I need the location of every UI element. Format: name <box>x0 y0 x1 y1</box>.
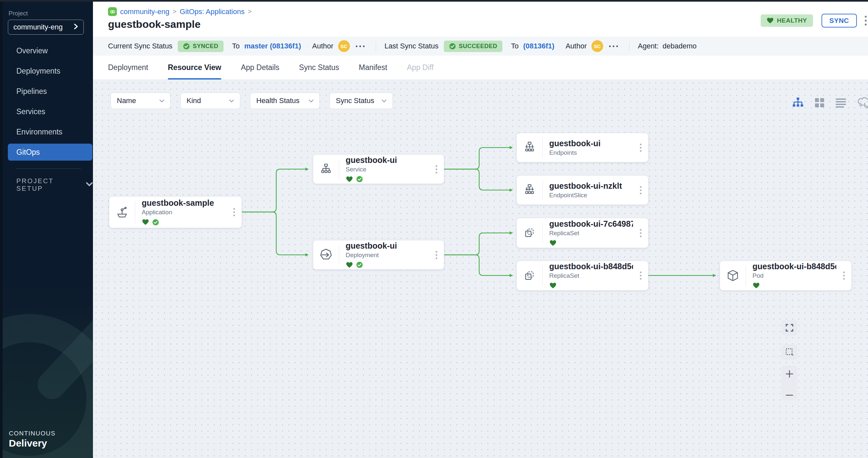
fullscreen-icon <box>785 324 794 332</box>
project-setup-toggle[interactable]: PROJECT SETUP <box>17 177 93 192</box>
node-kind: Pod <box>752 272 836 280</box>
node-name: guestbook-ui <box>346 155 429 165</box>
last-target-revision-link[interactable]: (08136f1) <box>523 42 554 51</box>
node-kind: Endpoints <box>549 149 633 156</box>
sync-button[interactable]: SYNC <box>822 14 857 28</box>
node-menu-icon[interactable] <box>429 155 444 184</box>
node-menu-icon[interactable] <box>633 261 648 290</box>
synced-check-icon <box>356 261 363 268</box>
sidebar-item-services[interactable]: Services <box>0 101 93 122</box>
tab-deployment[interactable]: Deployment <box>108 56 148 79</box>
node-kind: ReplicaSet <box>549 230 633 237</box>
tree-view-icon[interactable] <box>792 97 804 108</box>
breadcrumb-separator: > <box>173 8 177 15</box>
node-name: guestbook-sample <box>142 198 226 208</box>
chevron-down-icon <box>86 182 93 188</box>
filter-kind-dropdown[interactable]: Kind <box>180 93 240 109</box>
graph-node-deployment[interactable]: guestbook-ui Deployment <box>313 240 444 269</box>
sidebar-item-label: Environments <box>17 128 63 136</box>
sidebar-item-gitops[interactable]: GitOps <box>0 142 93 162</box>
last-sync-status-label: Last Sync Status <box>384 42 439 51</box>
header-kebab-icon[interactable] <box>865 16 867 26</box>
cloud-view-icon[interactable] <box>857 96 868 109</box>
tab-sync-status[interactable]: Sync Status <box>299 56 339 79</box>
node-kind: ReplicaSet <box>549 272 633 280</box>
graph-node-endpoints[interactable]: guestbook-ui Endpoints <box>517 133 648 162</box>
sidebar-item-pipelines[interactable]: Pipelines <box>0 81 93 101</box>
breadcrumb-section-link[interactable]: GitOps: Applications <box>180 7 245 16</box>
zoom-in-icon <box>785 370 794 378</box>
breadcrumb-separator: > <box>248 8 252 15</box>
endpoints-icon <box>517 133 542 162</box>
more-options-icon[interactable] <box>609 45 618 47</box>
graph-node-pod[interactable]: guestbook-ui-b848d5d9... Pod <box>720 261 851 291</box>
node-menu-icon[interactable] <box>429 240 444 269</box>
filter-label: Name <box>117 97 136 105</box>
node-menu-icon[interactable] <box>633 133 648 162</box>
heart-icon <box>142 219 149 225</box>
agent-label: Agent: <box>638 42 659 51</box>
tab-manifest[interactable]: Manifest <box>359 56 387 79</box>
grid-view-icon[interactable] <box>814 97 825 108</box>
project-setup-label: PROJECT SETUP <box>17 177 77 192</box>
sidebar-item-overview[interactable]: Overview <box>0 40 93 61</box>
graph-node-endpointslice[interactable]: guestbook-ui-nzklt EndpointSlice <box>517 175 648 205</box>
endpointslice-icon <box>517 176 542 204</box>
zoom-out-button[interactable] <box>785 394 794 396</box>
sidebar-item-environments[interactable]: Environments <box>0 122 93 142</box>
divider <box>629 41 629 51</box>
resource-graph-canvas[interactable]: Name Kind Health Status Sync Status <box>93 80 868 458</box>
list-view-icon[interactable] <box>835 98 846 108</box>
window-edge-top <box>0 0 868 2</box>
to-label: To <box>232 42 240 51</box>
succeeded-badge-label: SUCCEEDED <box>459 43 497 50</box>
filter-health-status-dropdown[interactable]: Health Status <box>250 93 320 109</box>
fullscreen-button[interactable] <box>782 320 797 336</box>
node-menu-icon[interactable] <box>226 197 242 228</box>
tab-resource-view[interactable]: Resource View <box>168 56 221 79</box>
project-label: Project <box>8 10 28 17</box>
succeeded-check-icon <box>449 43 456 50</box>
node-menu-icon[interactable] <box>633 218 648 248</box>
node-name: guestbook-ui-b848d5d9... <box>752 262 836 271</box>
succeeded-badge: SUCCEEDED <box>444 40 503 52</box>
synced-check-icon <box>152 219 159 226</box>
graph-node-replicaset-b848d5d9d[interactable]: guestbook-ui-b848d5d9d ReplicaSet <box>517 261 648 291</box>
synced-badge: SYNCED <box>178 40 223 52</box>
graph-node-service[interactable]: guestbook-ui Service <box>313 155 444 184</box>
node-status-icons <box>549 282 633 290</box>
application-icon <box>109 197 135 228</box>
node-menu-icon[interactable] <box>836 261 851 290</box>
divider <box>376 41 376 51</box>
filter-sync-status-dropdown[interactable]: Sync Status <box>330 93 393 109</box>
breadcrumb-project-link[interactable]: community-eng <box>120 7 169 16</box>
sidebar-item-deployments[interactable]: Deployments <box>0 61 93 81</box>
graph-node-application[interactable]: guestbook-sample Application <box>109 196 242 228</box>
heart-icon <box>752 282 760 289</box>
marquee-select-button[interactable] <box>782 344 797 360</box>
deployment-icon <box>313 240 339 269</box>
filter-name-dropdown[interactable]: Name <box>111 93 170 109</box>
sync-status-bar: Current Sync Status SYNCED To master (08… <box>93 37 868 56</box>
node-kind: Deployment <box>346 252 429 259</box>
graph-node-replicaset-7c64987dc9[interactable]: guestbook-ui-7c64987dc9 ReplicaSet <box>517 218 648 248</box>
module-brand: CONTINUOUS Delivery <box>9 430 56 449</box>
sidebar-divider <box>16 168 81 169</box>
zoom-in-button[interactable] <box>785 370 794 378</box>
more-options-icon[interactable] <box>356 45 365 47</box>
replicaset-icon <box>517 261 542 290</box>
project-selector[interactable]: community-eng <box>8 20 84 35</box>
tab-app-details[interactable]: App Details <box>241 56 280 79</box>
window-edge-left <box>0 0 3 458</box>
node-menu-icon[interactable] <box>633 176 648 204</box>
current-sync-status-label: Current Sync Status <box>108 42 173 51</box>
synced-badge-label: SYNCED <box>193 43 218 50</box>
node-status-icons <box>549 239 633 247</box>
author-avatar: SC <box>338 40 350 52</box>
filter-label: Sync Status <box>336 97 374 105</box>
current-target-revision-link[interactable]: master (08136f1) <box>244 42 301 51</box>
chevron-right-icon <box>74 23 78 31</box>
chevron-down-icon <box>229 99 234 102</box>
health-badge-label: HEALTHY <box>777 17 807 24</box>
tab-app-diff[interactable]: App Diff <box>407 56 433 79</box>
